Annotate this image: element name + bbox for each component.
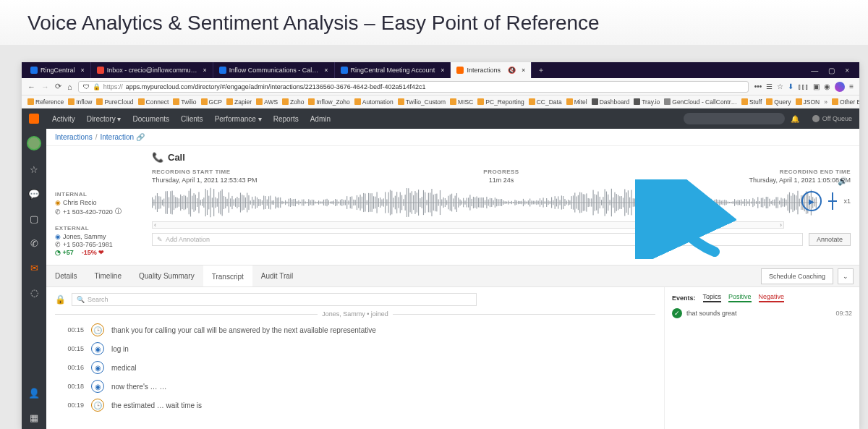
transcript-row[interactable]: 00:16 ◉ medical xyxy=(55,358,655,377)
notification-icon[interactable]: 🔔 xyxy=(791,115,799,123)
bookmark-item[interactable]: JSON xyxy=(796,98,820,106)
tab-audit[interactable]: Audit Trail xyxy=(252,266,302,286)
events-filter-topics[interactable]: Topics xyxy=(703,293,722,302)
bookmark-item[interactable]: GenCloud - CallContr… xyxy=(664,98,737,106)
annotate-button[interactable]: Annotate xyxy=(809,233,851,246)
bookmark-item[interactable]: Reference xyxy=(27,98,64,106)
crumb-leaf[interactable]: Interaction xyxy=(100,133,134,141)
transcript-row[interactable]: 00:18 ◉ now there's … … xyxy=(55,377,655,396)
schedule-coaching-button[interactable]: Schedule Coaching xyxy=(761,268,833,284)
volume-icon[interactable]: 🔊 xyxy=(838,177,848,186)
other-bookmarks[interactable]: Other Bookmarks xyxy=(832,98,859,106)
bookmark-item[interactable]: Twilio_Custom xyxy=(398,98,446,106)
new-tab-button[interactable]: ＋ xyxy=(532,65,550,75)
app-search-input[interactable] xyxy=(684,113,785,124)
bookmark-item[interactable]: Automation xyxy=(354,98,393,106)
account-icon[interactable] xyxy=(835,82,845,92)
library-icon[interactable]: ⫿⫿⫿ xyxy=(798,82,809,90)
waveform[interactable] xyxy=(152,187,817,218)
avatar[interactable] xyxy=(27,136,41,150)
inbox-icon[interactable]: ✉ xyxy=(28,262,40,273)
settings-icon[interactable]: ◌ xyxy=(28,286,40,298)
window-close-icon[interactable]: × xyxy=(845,67,849,75)
bookmark-star-icon[interactable]: ☆ xyxy=(777,82,783,90)
close-icon[interactable]: × xyxy=(441,67,444,74)
home-icon[interactable]: ⌂ xyxy=(67,82,72,91)
browser-tab-active[interactable]: Interactions🔇× xyxy=(451,62,532,78)
menu-documents[interactable]: Documents xyxy=(127,115,175,123)
bookmark-item[interactable]: Connect xyxy=(138,98,169,106)
waveform-scrollbar[interactable]: ‹› xyxy=(152,221,784,229)
annotation-input[interactable]: ✎Add Annotation xyxy=(152,233,803,246)
apps-icon[interactable]: ▦ xyxy=(28,412,40,423)
queue-toggle[interactable]: Off Queue xyxy=(812,115,852,122)
playback-speed[interactable]: x1 xyxy=(843,197,851,205)
bookmark-item[interactable]: Query xyxy=(766,98,791,106)
chat-icon[interactable]: 💬 xyxy=(28,188,40,200)
menu-clients[interactable]: Clients xyxy=(175,115,209,123)
tab-transcript[interactable]: Transcript xyxy=(203,266,252,286)
reload-icon[interactable]: ⟳ xyxy=(55,82,61,91)
extension-icon[interactable]: ◉ xyxy=(824,82,830,90)
bookmark-item[interactable]: Zoho xyxy=(282,98,304,106)
events-filter-positive[interactable]: Positive xyxy=(728,293,752,302)
transcript-search-input[interactable]: 🔍Search xyxy=(72,293,477,306)
window-maximize-icon[interactable]: ▢ xyxy=(828,67,835,75)
transcript-row[interactable]: 00:15 ◉ log in xyxy=(55,339,655,358)
back-icon[interactable]: ← xyxy=(27,82,35,91)
crumb-root[interactable]: Interactions xyxy=(55,133,93,141)
browser-tab[interactable]: Inbox - crecio@inflowcommu…× xyxy=(91,62,213,78)
play-button[interactable]: ▶ xyxy=(801,191,822,211)
events-filter-negative[interactable]: Negative xyxy=(759,293,785,302)
bookmark-item[interactable]: GCP xyxy=(201,98,222,106)
bookmark-item[interactable]: PureCloud xyxy=(96,98,133,106)
bookmark-item[interactable]: CC_Data xyxy=(529,98,562,106)
menu-activity[interactable]: Activity xyxy=(46,115,81,123)
tab-timeline[interactable]: Timeline xyxy=(86,266,130,286)
bookmark-item[interactable]: Mitel xyxy=(566,98,587,106)
mute-icon[interactable]: 🔇 xyxy=(508,67,516,74)
reader-view-icon[interactable]: ☰ xyxy=(766,82,773,90)
video-icon[interactable]: ▢ xyxy=(28,213,40,224)
bookmark-item[interactable]: Zapier xyxy=(226,98,252,106)
tab-quality[interactable]: Quality Summary xyxy=(130,266,203,286)
menu-directory[interactable]: Directory xyxy=(81,115,127,123)
download-icon[interactable]: ⬇ xyxy=(788,82,793,90)
favorites-icon[interactable]: ☆ xyxy=(28,163,40,175)
event-row[interactable]: ✓ that sounds great 09:32 xyxy=(672,308,852,318)
bookmark-item[interactable]: Inflow_Zoho xyxy=(308,98,349,106)
menu-reports[interactable]: Reports xyxy=(268,115,305,123)
transcript-row[interactable]: 00:15 🕒 thank you for calling your call … xyxy=(55,320,655,339)
forward-icon[interactable]: → xyxy=(41,82,49,91)
browser-tab[interactable]: RingCentral× xyxy=(25,62,91,78)
browser-tab[interactable]: Inflow Communications - Cal…× xyxy=(213,62,335,78)
menu-icon[interactable]: ≡ xyxy=(849,82,854,90)
app-logo-icon[interactable] xyxy=(29,114,39,124)
close-icon[interactable]: × xyxy=(81,67,85,74)
close-icon[interactable]: × xyxy=(203,67,206,74)
bookmark-item[interactable]: Inflow xyxy=(68,98,92,106)
trim-handle-icon[interactable] xyxy=(826,191,839,211)
link-icon[interactable]: 🔗 xyxy=(136,133,145,141)
bookmark-item[interactable]: AWS xyxy=(256,98,278,106)
bookmark-item[interactable]: MISC xyxy=(450,98,473,106)
bookmark-item[interactable]: Twilio xyxy=(173,98,196,106)
bookmark-item[interactable]: Dashboard xyxy=(592,98,630,106)
lock-icon[interactable]: 🔒 xyxy=(55,294,66,305)
url-input[interactable]: 🛡 🔒 https://apps.mypurecloud.com/directo… xyxy=(78,81,749,93)
tab-details[interactable]: Details xyxy=(46,266,86,286)
bookmark-item[interactable]: Tray.io xyxy=(634,98,660,106)
schedule-coaching-dropdown[interactable]: ⌄ xyxy=(838,268,854,284)
menu-admin[interactable]: Admin xyxy=(305,115,336,123)
menu-performance[interactable]: Performance xyxy=(209,115,268,123)
bookmark-item[interactable]: PC_Reporting xyxy=(477,98,524,106)
people-icon[interactable]: 👤 xyxy=(28,387,40,399)
close-icon[interactable]: × xyxy=(522,67,525,74)
pocket-icon[interactable]: ▣ xyxy=(813,82,820,90)
window-minimize-icon[interactable]: — xyxy=(811,67,818,75)
info-icon[interactable]: ⓘ xyxy=(115,207,122,216)
browser-tab[interactable]: RingCentral Meeting Account× xyxy=(335,62,451,78)
phone-icon[interactable]: ✆ xyxy=(28,237,40,249)
bookmark-item[interactable]: Stuff xyxy=(741,98,762,106)
close-icon[interactable]: × xyxy=(324,67,328,74)
